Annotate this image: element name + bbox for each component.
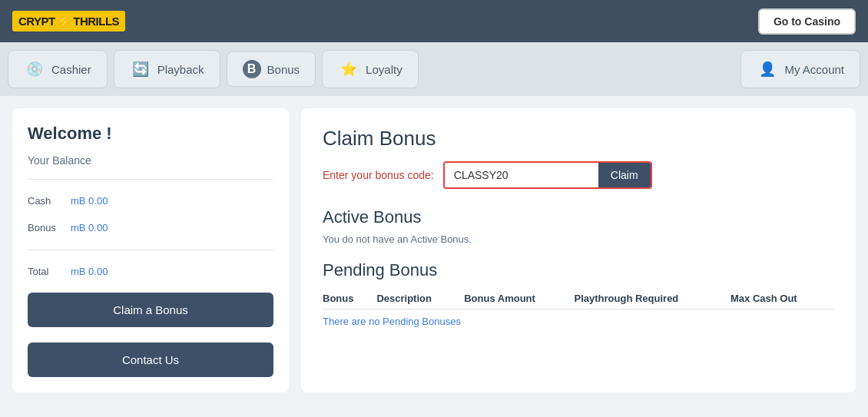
divider-1 (28, 179, 273, 180)
col-header-bonus: Bonus (323, 288, 376, 309)
bonus-code-row: Enter your bonus code: Claim (323, 161, 834, 189)
go-to-casino-button[interactable]: Go to Casino (758, 8, 856, 35)
bonus-icon: B (243, 60, 261, 78)
cash-label: Cash (28, 192, 65, 210)
logo-text-1: CRYPT (18, 15, 55, 28)
right-panel: Claim Bonus Enter your bonus code: Claim… (301, 108, 856, 392)
bonus-code-label: Enter your bonus code: (323, 169, 434, 181)
logo-text-2: THRILLS (73, 15, 119, 28)
claim-button[interactable]: Claim (598, 163, 651, 187)
nav-label-cashier: Cashier (51, 63, 91, 76)
logo: CRYPT ⚡ THRILLS (12, 11, 125, 31)
total-value: mB 0.00 (71, 266, 108, 277)
nav-bar: 💿 Cashier 🔄 Playback B Bonus ⭐ Loyalty 👤… (0, 42, 868, 96)
nav-label-loyalty: Loyalty (366, 63, 403, 76)
nav-label-playback: Playback (157, 63, 204, 76)
contact-us-button[interactable]: Contact Us (28, 343, 273, 377)
bonus-code-input-wrap: Claim (443, 161, 652, 189)
nav-item-playback[interactable]: 🔄 Playback (114, 50, 220, 88)
nav-item-my-account[interactable]: 👤 My Account (740, 50, 860, 88)
nav-label-bonus: Bonus (267, 63, 300, 76)
col-header-playthrough: Playthrough Required (575, 288, 731, 309)
bonus-code-input[interactable] (445, 163, 598, 187)
pending-bonus-title: Pending Bonus (323, 260, 834, 280)
claim-a-bonus-button[interactable]: Claim a Bonus (28, 293, 273, 327)
cash-row: Cash mB 0.00 (28, 192, 273, 210)
my-account-icon: 👤 (757, 58, 778, 80)
main-content: Welcome ! Your Balance Cash mB 0.00 Bonu… (0, 96, 868, 405)
playback-icon: 🔄 (130, 58, 151, 80)
welcome-title: Welcome ! (28, 124, 273, 144)
left-panel: Welcome ! Your Balance Cash mB 0.00 Bonu… (12, 108, 289, 392)
nav-item-loyalty[interactable]: ⭐ Loyalty (322, 50, 419, 88)
pending-bonus-table: Bonus Description Bonus Amount Playthrou… (323, 288, 834, 333)
col-header-description: Description (376, 288, 464, 309)
nav-item-cashier[interactable]: 💿 Cashier (8, 50, 108, 88)
no-pending-row: There are no Pending Bonuses (323, 309, 834, 334)
nav-label-my-account: My Account (784, 63, 844, 76)
cashier-icon: 💿 (24, 58, 45, 80)
total-label: Total (28, 266, 65, 277)
active-bonus-title: Active Bonus (323, 207, 834, 227)
total-row: Total mB 0.00 (28, 266, 273, 277)
bonus-label: Bonus (28, 219, 65, 237)
col-header-max-cash-out: Max Cash Out (731, 288, 834, 309)
claim-bonus-title: Claim Bonus (323, 127, 834, 151)
divider-2 (28, 250, 273, 250)
nav-item-bonus[interactable]: B Bonus (227, 51, 316, 87)
your-balance-label: Your Balance (28, 154, 273, 167)
logo-symbol: ⚡ (57, 14, 72, 28)
no-active-bonus-text: You do not have an Active Bonus. (323, 233, 834, 245)
col-header-bonus-amount: Bonus Amount (464, 288, 574, 309)
cash-value: mB 0.00 (71, 192, 108, 210)
bonus-value: mB 0.00 (71, 219, 108, 237)
no-pending-text: There are no Pending Bonuses (323, 309, 834, 334)
loyalty-icon: ⭐ (338, 58, 359, 80)
header: CRYPT ⚡ THRILLS Go to Casino (0, 0, 868, 42)
bonus-row: Bonus mB 0.00 (28, 219, 273, 237)
